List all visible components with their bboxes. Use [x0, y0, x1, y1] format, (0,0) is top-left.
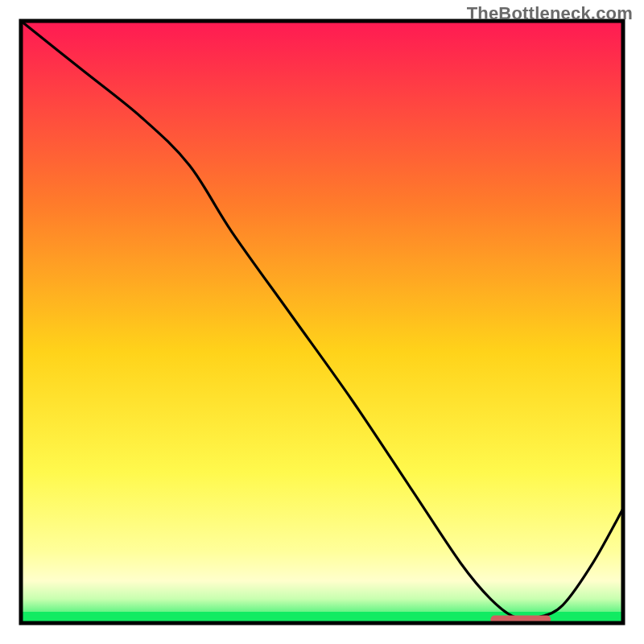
watermark-text: TheBottleneck.com [467, 3, 633, 24]
chart-container: { "watermark": "TheBottleneck.com", "col… [0, 0, 644, 644]
plot-area [21, 21, 623, 624]
gradient-background [21, 21, 623, 623]
bottleneck-chart [0, 0, 644, 644]
